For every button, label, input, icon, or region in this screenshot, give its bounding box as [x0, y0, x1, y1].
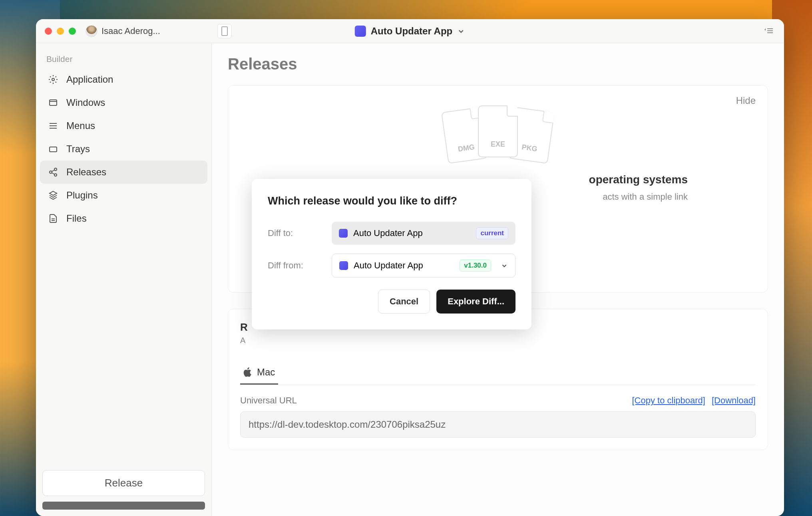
sidebar-item-label: Releases: [66, 167, 106, 178]
sidebar-section-label: Builder: [36, 50, 211, 68]
app-icon: [339, 229, 348, 238]
diff-to-label: Diff to:: [268, 228, 332, 238]
sidebar-item-plugins[interactable]: Plugins: [40, 184, 207, 207]
user-menu[interactable]: Isaac Aderog...: [86, 25, 160, 37]
platform-tabs: Mac: [240, 361, 756, 385]
current-badge: current: [476, 227, 508, 239]
sidebar-item-menus[interactable]: Menus: [40, 114, 207, 137]
sidebar-item-releases[interactable]: Releases: [40, 161, 207, 184]
device-icon: [221, 26, 228, 36]
download-link[interactable]: [Download]: [712, 395, 756, 406]
file-doc-exe: EXE: [478, 105, 518, 157]
svg-rect-5: [50, 100, 57, 105]
explore-diff-button[interactable]: Explore Diff...: [436, 290, 515, 314]
file-illustrations: DMG EXE PKG: [244, 105, 752, 157]
svg-rect-0: [222, 27, 227, 36]
svg-line-14: [52, 170, 55, 172]
release-button[interactable]: Release: [42, 470, 205, 496]
sidebar-item-label: Application: [66, 74, 113, 85]
sidebar-item-label: Trays: [66, 143, 90, 155]
release-section: R A Mac Universal URL [Copy to clipboard…: [228, 309, 768, 450]
svg-point-11: [54, 168, 57, 171]
window-controls: [36, 28, 76, 35]
svg-point-12: [50, 171, 52, 173]
sidebar-item-files[interactable]: Files: [40, 207, 207, 230]
svg-line-15: [52, 173, 55, 175]
sidebar: Builder Application Windows: [36, 43, 212, 516]
svg-rect-1: [767, 28, 773, 29]
diff-modal: Which release would you like to diff? Di…: [252, 179, 531, 329]
sidebar-item-trays[interactable]: Trays: [40, 137, 207, 161]
menu-icon: [48, 121, 58, 131]
sidebar-item-label: Plugins: [66, 190, 98, 201]
titlebar: Isaac Aderog... Auto Updater App: [36, 19, 784, 43]
diff-from-label: Diff from:: [268, 260, 332, 271]
svg-point-4: [52, 78, 54, 81]
url-label: Universal URL: [240, 395, 297, 406]
sidebar-item-label: Files: [66, 213, 87, 224]
chevron-down-icon: [457, 27, 465, 35]
app-selector[interactable]: Auto Updater App: [355, 26, 465, 37]
avatar: [86, 25, 98, 37]
minimize-window-button[interactable]: [57, 28, 64, 35]
chevron-down-icon: [501, 262, 508, 269]
app-window: Isaac Aderog... Auto Updater App: [36, 19, 784, 516]
share-icon: [48, 167, 58, 177]
copy-link[interactable]: [Copy to clipboard]: [632, 395, 705, 406]
modal-title: Which release would you like to diff?: [268, 195, 515, 207]
svg-point-13: [54, 174, 57, 176]
sidebar-item-windows[interactable]: Windows: [40, 91, 207, 114]
app-icon: [339, 261, 348, 270]
device-preview-button[interactable]: [217, 24, 232, 38]
document-icon: [48, 214, 58, 223]
svg-rect-2: [767, 30, 773, 31]
tab-label: Mac: [257, 367, 275, 378]
url-input[interactable]: [240, 411, 756, 438]
cancel-button[interactable]: Cancel: [378, 290, 430, 314]
window-icon: [48, 98, 58, 107]
hide-link[interactable]: Hide: [736, 95, 756, 106]
page-title: Releases: [228, 55, 768, 73]
svg-rect-10: [50, 147, 57, 152]
progress-bar: [42, 502, 205, 510]
tab-mac[interactable]: Mac: [240, 361, 278, 385]
diff-to-select: Auto Updater App current: [332, 222, 515, 245]
list-view-button[interactable]: [764, 27, 774, 35]
apple-icon: [243, 367, 252, 377]
diff-from-app-name: Auto Updater App: [354, 260, 423, 271]
section-sub: A: [240, 336, 756, 345]
svg-rect-3: [767, 32, 773, 33]
list-icon: [764, 27, 774, 35]
layers-icon: [48, 191, 58, 200]
sidebar-item-label: Menus: [66, 120, 95, 131]
gear-icon: [48, 75, 58, 84]
diff-from-select[interactable]: Auto Updater App v1.30.0: [332, 254, 515, 278]
diff-to-app-name: Auto Updater App: [353, 228, 423, 238]
app-icon: [355, 26, 366, 37]
close-window-button[interactable]: [45, 28, 52, 35]
tray-icon: [48, 144, 58, 154]
sidebar-item-label: Windows: [66, 97, 105, 108]
maximize-window-button[interactable]: [69, 28, 76, 35]
sidebar-item-application[interactable]: Application: [40, 68, 207, 91]
user-name: Isaac Aderog...: [102, 26, 160, 36]
app-name: Auto Updater App: [371, 26, 452, 37]
version-badge: v1.30.0: [460, 260, 491, 272]
